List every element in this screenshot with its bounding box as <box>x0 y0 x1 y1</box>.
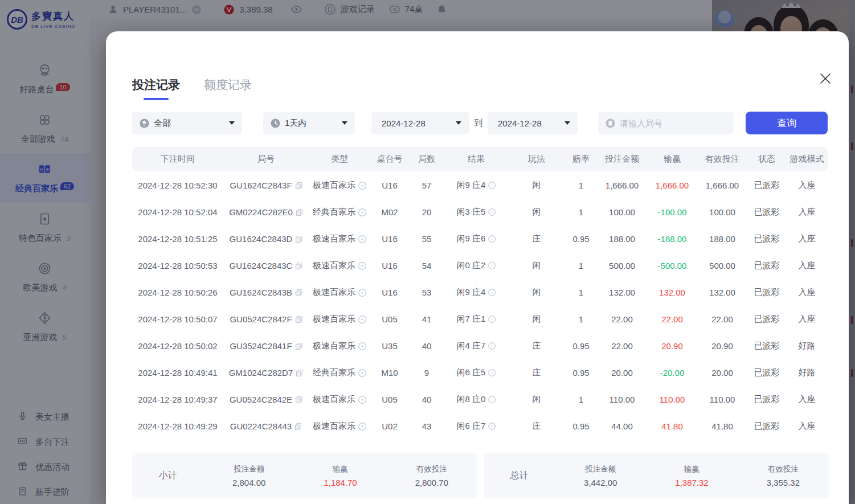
play-icon[interactable] <box>358 369 366 377</box>
play-icon[interactable] <box>358 396 366 404</box>
date-to-picker[interactable]: 2024-12-28 <box>488 112 578 134</box>
svg-text:i: i <box>492 397 493 402</box>
round-id-cell-text: GU3524C2841F <box>230 341 292 351</box>
table-row: 2024-12-28 10:50:53GU1624C2843C极速百家乐U165… <box>132 252 828 279</box>
round-id-cell: GU3524C2841F <box>223 341 309 351</box>
copy-icon[interactable] <box>295 235 302 243</box>
play-icon[interactable] <box>358 315 366 323</box>
round-search-input[interactable] <box>620 118 717 128</box>
status-cell: 已派彩 <box>747 207 786 218</box>
table-row: 2024-12-28 10:49:29GU0224C28443极速百家乐U024… <box>132 413 828 440</box>
query-button[interactable]: 查询 <box>746 112 828 134</box>
tab-inactive[interactable]: 额度记录 <box>204 77 252 100</box>
info-icon[interactable]: i <box>488 208 496 216</box>
info-icon[interactable]: i <box>488 235 496 243</box>
tab-active[interactable]: 投注记录 <box>132 77 180 100</box>
play-icon[interactable] <box>358 262 366 270</box>
win-loss-label: 输赢 <box>294 464 386 474</box>
status-cell: 已派彩 <box>747 233 786 244</box>
info-icon[interactable]: i <box>488 396 496 403</box>
round-no-cell: 53 <box>409 288 444 297</box>
copy-icon[interactable] <box>295 315 302 323</box>
copy-icon[interactable] <box>295 182 302 189</box>
subtotal-bet-value: 2,804.00 <box>203 478 294 487</box>
result-cell: 闲6 庄7i <box>444 421 508 432</box>
info-icon[interactable]: i <box>488 369 496 376</box>
game-type-select[interactable]: 全部 <box>132 112 242 134</box>
table-row: 2024-12-28 10:50:02GU3524C2841F极速百家乐U354… <box>132 333 828 359</box>
game-type-cell: 极速百家乐 <box>309 314 370 325</box>
round-id-cell-text: GU0524C2842E <box>230 395 292 404</box>
table-header-cell: 桌台号 <box>370 154 409 165</box>
game-type-cell: 极速百家乐 <box>309 260 370 271</box>
round-no-cell: 43 <box>409 421 444 431</box>
play-icon[interactable] <box>358 208 366 216</box>
copy-icon[interactable] <box>294 423 302 430</box>
copy-icon[interactable] <box>295 262 302 269</box>
clock-icon <box>271 118 280 128</box>
result-cell: 闲3 庄5i <box>444 207 508 218</box>
round-no-cell: 9 <box>409 368 444 378</box>
total-valid-value: 3,355.32 <box>738 478 829 487</box>
svg-text:i: i <box>492 343 493 349</box>
time-range-select[interactable]: 1天内 <box>263 112 355 134</box>
info-icon[interactable]: i <box>488 182 496 189</box>
table-header-cell: 玩法 <box>508 154 565 165</box>
play-icon[interactable] <box>358 342 366 350</box>
bet-time-cell: 2024-12-28 10:49:37 <box>132 395 223 404</box>
round-id-cell: GU0224C28443 <box>223 421 309 431</box>
result-cell-text: 闲6 庄7 <box>457 421 486 432</box>
game-type-cell: 经典百家乐 <box>309 367 370 378</box>
odds-cell: 1 <box>565 288 597 297</box>
svg-text:i: i <box>492 183 493 188</box>
valid-bet-cell: 500.00 <box>697 261 747 271</box>
odds-cell: 1 <box>565 261 597 271</box>
play-icon[interactable] <box>358 235 366 243</box>
play-type-cell: 闲 <box>508 287 565 298</box>
info-icon[interactable]: i <box>488 289 496 296</box>
game-type-cell: 极速百家乐 <box>309 421 370 432</box>
bet-time-cell: 2024-12-28 10:50:07 <box>132 314 223 324</box>
caret-down-icon <box>564 121 570 125</box>
table-body: 2024-12-28 10:52:30GU1624C2843F极速百家乐U165… <box>132 172 828 440</box>
play-icon[interactable] <box>358 182 366 190</box>
copy-icon[interactable] <box>296 208 303 216</box>
game-type-cell: 极速百家乐 <box>309 341 370 351</box>
svg-text:i: i <box>492 236 493 241</box>
result-cell-text: 闲9 庄4 <box>457 287 486 298</box>
game-type-cell-text: 经典百家乐 <box>313 367 355 378</box>
result-cell: 闲7 庄1i <box>444 314 508 325</box>
table-header-cell: 局数 <box>409 154 444 165</box>
svg-text:i: i <box>492 317 493 322</box>
info-icon[interactable]: i <box>488 315 496 323</box>
copy-icon[interactable] <box>295 289 302 296</box>
table-header-cell: 有效投注 <box>697 154 747 165</box>
copy-icon[interactable] <box>295 342 302 350</box>
bet-amount-cell: 188.00 <box>597 234 647 244</box>
odds-cell: 1 <box>565 395 597 404</box>
table-no-cell: U16 <box>370 181 409 190</box>
odds-cell: 0.95 <box>565 368 597 378</box>
status-cell: 已派彩 <box>747 394 786 405</box>
copy-icon[interactable] <box>295 396 302 403</box>
date-from-picker[interactable]: 2024-12-28 <box>371 112 469 134</box>
play-type-cell: 闲 <box>508 394 565 405</box>
info-icon[interactable]: i <box>488 262 496 269</box>
round-id-cell-text: GU0524C2842F <box>230 314 292 324</box>
svg-text:i: i <box>492 290 493 295</box>
play-icon[interactable] <box>358 423 366 431</box>
bet-amount-cell: 132.00 <box>597 288 647 297</box>
game-type-cell-text: 极速百家乐 <box>313 341 355 351</box>
bet-amount-cell: 22.00 <box>597 341 647 351</box>
round-search-field[interactable] <box>598 112 734 134</box>
play-icon[interactable] <box>358 289 366 297</box>
summary-row: 小计 投注金额2,804.00 输赢1,184.70 有效投注2,800.70 … <box>132 453 829 498</box>
modal-tabs: 投注记录额度记录 <box>132 77 252 100</box>
game-mode-cell: 好路 <box>786 367 828 378</box>
game-mode-cell: 入座 <box>786 260 828 271</box>
copy-icon[interactable] <box>296 369 303 376</box>
result-cell-text: 闲9 庄4 <box>457 180 486 191</box>
info-icon[interactable]: i <box>488 342 496 350</box>
info-icon[interactable]: i <box>488 423 496 430</box>
close-icon[interactable] <box>817 70 834 87</box>
